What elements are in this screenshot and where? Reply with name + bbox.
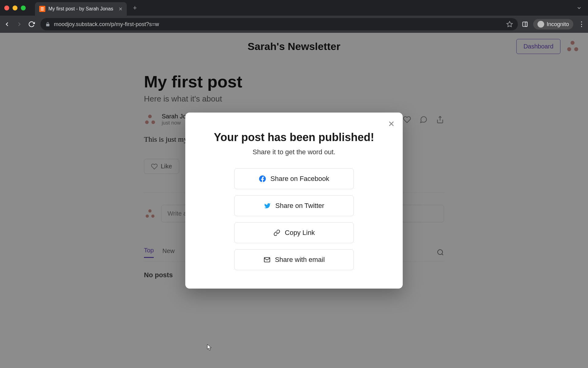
- share-twitter-button[interactable]: Share on Twitter: [234, 195, 354, 216]
- close-tab-button[interactable]: ✕: [119, 6, 123, 12]
- incognito-badge[interactable]: Incognito: [533, 19, 573, 29]
- window-controls: [4, 6, 26, 10]
- copy-link-button[interactable]: Copy Link: [234, 222, 354, 243]
- share-facebook-button[interactable]: Share on Facebook: [234, 168, 354, 189]
- bookmark-button[interactable]: [506, 21, 513, 28]
- url-text: moodjoy.substack.com/p/my-first-post?s=w: [54, 21, 159, 28]
- tab-title: My first post - by Sarah Jonas: [48, 6, 115, 12]
- twitter-icon: [264, 202, 271, 209]
- share-twitter-label: Share on Twitter: [275, 202, 324, 210]
- tab-bar: My first post - by Sarah Jonas ✕ +: [0, 0, 588, 16]
- minimize-window-button[interactable]: [13, 6, 17, 10]
- modal-close-button[interactable]: ✕: [388, 119, 395, 129]
- modal-overlay[interactable]: ✕ Your post has been published! Share it…: [0, 33, 588, 368]
- share-email-button[interactable]: Share with email: [234, 249, 354, 270]
- email-icon: [263, 256, 271, 263]
- maximize-window-button[interactable]: [21, 6, 26, 10]
- incognito-label: Incognito: [547, 21, 569, 28]
- svg-rect-2: [525, 22, 527, 27]
- share-email-label: Share with email: [275, 256, 325, 264]
- browser-chrome: My first post - by Sarah Jonas ✕ + moodj…: [0, 0, 588, 33]
- modal-subtitle: Share it to get the word out.: [201, 148, 387, 156]
- modal-title: Your post has been published!: [201, 131, 387, 144]
- extensions-button[interactable]: [522, 21, 528, 28]
- close-window-button[interactable]: [4, 6, 9, 10]
- browser-tab[interactable]: My first post - by Sarah Jonas ✕: [35, 2, 127, 16]
- facebook-icon: [259, 175, 266, 182]
- browser-menu-button[interactable]: ⋮: [578, 20, 584, 28]
- incognito-icon: [537, 21, 544, 28]
- back-button[interactable]: [4, 21, 12, 28]
- copy-link-label: Copy Link: [285, 229, 315, 237]
- browser-toolbar: moodjoy.substack.com/p/my-first-post?s=w…: [0, 16, 588, 33]
- link-icon: [273, 229, 281, 236]
- tabs-overflow-button[interactable]: [576, 5, 582, 11]
- lock-icon: [45, 22, 50, 27]
- forward-button[interactable]: [16, 21, 24, 28]
- favicon-icon: [39, 6, 45, 12]
- address-bar[interactable]: moodjoy.substack.com/p/my-first-post?s=w: [40, 18, 518, 30]
- reload-button[interactable]: [28, 21, 37, 28]
- share-facebook-label: Share on Facebook: [270, 175, 329, 183]
- new-tab-button[interactable]: +: [133, 4, 137, 12]
- share-modal: ✕ Your post has been published! Share it…: [185, 113, 403, 289]
- svg-marker-0: [507, 21, 512, 27]
